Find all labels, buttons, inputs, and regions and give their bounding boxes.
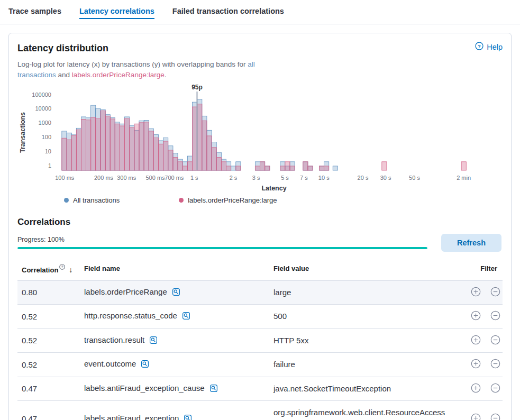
field-name: labels.antiFraud_exception — [84, 414, 179, 420]
svg-text:10000: 10000 — [35, 105, 51, 112]
svg-text:300 ms: 300 ms — [117, 175, 136, 181]
filter-include-button[interactable] — [471, 413, 481, 420]
progress-bar — [17, 247, 427, 249]
svg-text:50 s: 50 s — [409, 175, 420, 181]
inspect-field-icon[interactable] — [182, 312, 190, 322]
correlation-row[interactable]: 0.80 labels.orderPriceRange large — [17, 280, 503, 305]
field-value-link[interactable]: labels.orderPriceRange:large — [72, 71, 165, 79]
correlation-info-icon[interactable]: ? — [59, 263, 65, 271]
filter-include-button[interactable] — [471, 359, 481, 370]
correlation-value: 0.52 — [17, 305, 80, 329]
sort-descending-icon: ↓ — [69, 266, 72, 274]
svg-text:3 s: 3 s — [252, 175, 260, 181]
svg-text:1000: 1000 — [39, 120, 51, 126]
svg-text:Transactions: Transactions — [19, 112, 26, 152]
tab-failed-transaction-correlations[interactable]: Failed transaction correlations — [172, 0, 284, 24]
inspect-field-icon[interactable] — [141, 360, 149, 370]
field-name: labels.antiFraud_exception_cause — [84, 384, 205, 392]
correlation-row[interactable]: 0.52 event.outcome failure — [17, 353, 503, 377]
help-link[interactable]: ? Help — [475, 42, 503, 52]
correlation-value: 0.47 — [17, 401, 80, 420]
field-name: http.response.status_code — [84, 311, 177, 320]
filter-include-button[interactable] — [471, 311, 481, 322]
column-header-field-name[interactable]: Field name — [80, 260, 269, 281]
field-value: large — [269, 280, 450, 305]
field-value: org.springframework.web.client.ResourceA… — [269, 401, 450, 420]
svg-text:100 ms: 100 ms — [55, 175, 75, 181]
svg-text:2 min: 2 min — [457, 175, 471, 181]
progress-label: Progress: 100% — [17, 236, 427, 243]
svg-text:1: 1 — [48, 162, 51, 169]
help-icon: ? — [475, 42, 483, 52]
svg-text:?: ? — [478, 43, 481, 49]
filter-exclude-button[interactable] — [490, 335, 500, 346]
correlation-row[interactable]: 0.47 labels.antiFraud_exception org.spri… — [17, 401, 503, 420]
inspect-field-icon[interactable] — [209, 384, 218, 394]
svg-text:?: ? — [61, 265, 63, 269]
filter-exclude-button[interactable] — [490, 383, 500, 395]
field-name: event.outcome — [84, 359, 136, 368]
progress-row: Progress: 100% Refresh — [17, 234, 503, 252]
legend-order-price-range[interactable]: labels.orderPriceRange:large — [179, 196, 277, 204]
filter-include-button[interactable] — [471, 287, 481, 298]
field-value: 500 — [269, 305, 450, 329]
table-header-row: Correlation?↓ Field name Field value Fil… — [17, 260, 503, 281]
tab-trace-samples[interactable]: Trace samples — [8, 0, 61, 24]
field-value: HTTP 5xx — [269, 328, 450, 353]
correlation-value: 0.52 — [17, 328, 80, 353]
filter-exclude-button[interactable] — [490, 287, 500, 298]
svg-text:5 s: 5 s — [281, 175, 289, 181]
progress-bar-fill — [17, 247, 427, 249]
filter-exclude-button[interactable] — [490, 311, 500, 322]
inspect-field-icon[interactable] — [149, 336, 158, 346]
svg-text:100: 100 — [42, 134, 51, 140]
column-header-field-value[interactable]: Field value — [269, 260, 450, 281]
chart-description: Log-log plot for latency (x) by transact… — [17, 59, 271, 81]
svg-text:7 s: 7 s — [300, 175, 308, 181]
svg-text:20 s: 20 s — [358, 175, 369, 181]
latency-distribution-chart[interactable]: 110100100010000100000Transactions100 ms2… — [17, 84, 500, 194]
inspect-field-icon[interactable] — [172, 288, 180, 298]
svg-text:500 ms: 500 ms — [145, 175, 165, 181]
correlation-row[interactable]: 0.52 transaction.result HTTP 5xx — [17, 328, 503, 353]
column-header-correlation[interactable]: Correlation?↓ — [17, 260, 80, 281]
svg-text:1 s: 1 s — [190, 175, 198, 181]
legend-dot-order-price-range — [179, 198, 184, 203]
svg-text:95p: 95p — [191, 84, 203, 91]
svg-text:Latency: Latency — [261, 185, 286, 192]
field-value: java.net.SocketTimeoutException — [269, 377, 450, 401]
filter-exclude-button[interactable] — [490, 359, 500, 370]
panel-title: Latency distribution — [17, 43, 108, 54]
correlation-value: 0.52 — [17, 353, 80, 377]
svg-text:2 s: 2 s — [230, 175, 238, 181]
correlation-value: 0.47 — [17, 377, 80, 401]
field-value: failure — [269, 353, 450, 377]
chart-legend: All transactions labels.orderPriceRange:… — [64, 196, 503, 204]
tab-latency-correlations[interactable]: Latency correlations — [79, 0, 154, 24]
filter-include-button[interactable] — [471, 383, 481, 395]
svg-text:10: 10 — [45, 148, 51, 154]
column-header-filter: Filter — [450, 260, 503, 281]
correlations-table: Correlation?↓ Field name Field value Fil… — [17, 260, 503, 420]
field-name: transaction.result — [84, 335, 144, 344]
latency-correlations-panel: Latency distribution ? Help Log-log plot… — [8, 33, 512, 420]
svg-text:100000: 100000 — [32, 91, 51, 97]
correlation-row[interactable]: 0.47 labels.antiFraud_exception_cause ja… — [17, 377, 503, 401]
correlation-value: 0.80 — [17, 280, 80, 305]
svg-text:200 ms: 200 ms — [94, 175, 114, 181]
correlations-title: Correlations — [17, 217, 503, 227]
refresh-button[interactable]: Refresh — [441, 234, 501, 252]
svg-text:10 s: 10 s — [318, 175, 330, 181]
filter-exclude-button[interactable] — [490, 413, 500, 420]
svg-text:700 ms: 700 ms — [165, 175, 184, 181]
svg-text:30 s: 30 s — [380, 175, 391, 181]
legend-dot-all-transactions — [64, 198, 69, 203]
correlation-row[interactable]: 0.52 http.response.status_code 500 — [17, 305, 503, 329]
legend-all-transactions[interactable]: All transactions — [64, 196, 120, 204]
filter-include-button[interactable] — [471, 335, 481, 346]
inspect-field-icon[interactable] — [184, 414, 192, 420]
field-name: labels.orderPriceRange — [84, 287, 167, 296]
tab-bar: Trace samples Latency correlations Faile… — [0, 0, 520, 24]
